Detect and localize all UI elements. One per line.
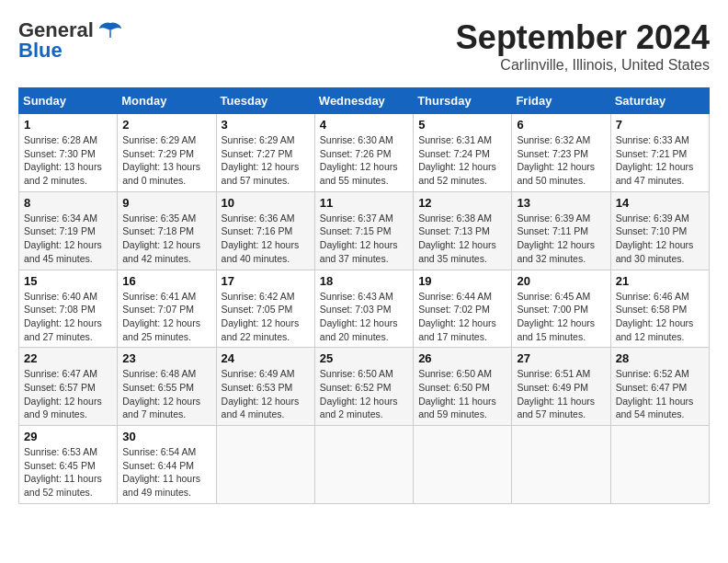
calendar-cell: 25Sunrise: 6:50 AMSunset: 6:52 PMDayligh… (314, 348, 413, 426)
calendar-table: SundayMondayTuesdayWednesdayThursdayFrid… (18, 87, 710, 504)
calendar-cell: 8Sunrise: 6:34 AMSunset: 7:19 PMDaylight… (19, 191, 118, 270)
calendar-cell (610, 426, 709, 504)
col-header-tuesday: Tuesday (216, 88, 314, 114)
calendar-cell: 29Sunrise: 6:53 AMSunset: 6:45 PMDayligh… (19, 426, 118, 504)
day-info: Sunrise: 6:50 AMSunset: 6:52 PMDaylight:… (320, 367, 408, 421)
day-number: 28 (616, 351, 704, 365)
day-info: Sunrise: 6:54 AMSunset: 6:44 PMDaylight:… (122, 445, 210, 500)
day-number: 2 (122, 118, 210, 132)
day-number: 7 (616, 118, 704, 132)
day-number: 30 (122, 430, 210, 443)
day-number: 26 (418, 351, 506, 365)
day-number: 25 (320, 351, 408, 365)
day-number: 14 (616, 196, 704, 210)
day-info: Sunrise: 6:29 AMSunset: 7:29 PMDaylight:… (122, 133, 210, 188)
day-info: Sunrise: 6:50 AMSunset: 6:50 PMDaylight:… (418, 367, 506, 421)
day-info: Sunrise: 6:45 AMSunset: 7:00 PMDaylight:… (517, 290, 605, 344)
day-info: Sunrise: 6:52 AMSunset: 6:47 PMDaylight:… (616, 367, 704, 421)
day-number: 9 (122, 196, 210, 210)
day-number: 6 (517, 118, 605, 132)
day-number: 17 (222, 274, 310, 288)
day-info: Sunrise: 6:32 AMSunset: 7:23 PMDaylight:… (517, 133, 605, 188)
day-number: 10 (222, 196, 310, 210)
logo-text-blue: Blue (18, 39, 63, 63)
calendar-cell: 30Sunrise: 6:54 AMSunset: 6:44 PMDayligh… (118, 426, 216, 504)
calendar-cell: 6Sunrise: 6:32 AMSunset: 7:23 PMDaylight… (512, 114, 610, 192)
day-info: Sunrise: 6:31 AMSunset: 7:24 PMDaylight:… (418, 133, 506, 188)
calendar-week-4: 22Sunrise: 6:47 AMSunset: 6:57 PMDayligh… (19, 348, 710, 426)
logo-bird-icon (97, 21, 123, 40)
day-info: Sunrise: 6:29 AMSunset: 7:27 PMDaylight:… (222, 133, 310, 188)
day-info: Sunrise: 6:46 AMSunset: 6:58 PMDaylight:… (616, 290, 704, 344)
calendar-week-1: 1Sunrise: 6:28 AMSunset: 7:30 PMDaylight… (19, 114, 710, 192)
calendar-week-3: 15Sunrise: 6:40 AMSunset: 7:08 PMDayligh… (19, 270, 710, 348)
page-header: General Blue September 2024 Carlinville,… (18, 18, 710, 74)
day-info: Sunrise: 6:28 AMSunset: 7:30 PMDaylight:… (24, 133, 112, 188)
day-number: 11 (320, 196, 408, 210)
calendar-cell (314, 426, 413, 504)
calendar-cell: 7Sunrise: 6:33 AMSunset: 7:21 PMDaylight… (610, 114, 709, 192)
day-info: Sunrise: 6:48 AMSunset: 6:55 PMDaylight:… (122, 367, 210, 421)
calendar-cell: 19Sunrise: 6:44 AMSunset: 7:02 PMDayligh… (414, 270, 512, 348)
calendar-cell: 16Sunrise: 6:41 AMSunset: 7:07 PMDayligh… (118, 270, 216, 348)
day-info: Sunrise: 6:37 AMSunset: 7:15 PMDaylight:… (320, 212, 408, 266)
day-info: Sunrise: 6:33 AMSunset: 7:21 PMDaylight:… (616, 133, 704, 188)
day-number: 29 (24, 430, 112, 443)
calendar-cell: 22Sunrise: 6:47 AMSunset: 6:57 PMDayligh… (19, 348, 118, 426)
day-number: 19 (418, 274, 506, 288)
calendar-cell: 27Sunrise: 6:51 AMSunset: 6:49 PMDayligh… (512, 348, 610, 426)
day-info: Sunrise: 6:30 AMSunset: 7:26 PMDaylight:… (320, 133, 408, 188)
calendar-cell: 9Sunrise: 6:35 AMSunset: 7:18 PMDaylight… (118, 191, 216, 270)
calendar-cell: 18Sunrise: 6:43 AMSunset: 7:03 PMDayligh… (314, 270, 413, 348)
day-number: 12 (418, 196, 506, 210)
day-number: 27 (517, 351, 605, 365)
col-header-monday: Monday (118, 88, 216, 114)
calendar-cell: 20Sunrise: 6:45 AMSunset: 7:00 PMDayligh… (512, 270, 610, 348)
day-number: 21 (616, 274, 704, 288)
day-info: Sunrise: 6:39 AMSunset: 7:11 PMDaylight:… (517, 212, 605, 266)
logo: General Blue (18, 18, 123, 63)
calendar-cell: 14Sunrise: 6:39 AMSunset: 7:10 PMDayligh… (610, 191, 709, 270)
calendar-cell: 21Sunrise: 6:46 AMSunset: 6:58 PMDayligh… (610, 270, 709, 348)
calendar-header-row: SundayMondayTuesdayWednesdayThursdayFrid… (19, 88, 710, 114)
title-section: September 2024 Carlinville, Illinois, Un… (456, 18, 710, 74)
day-number: 22 (24, 351, 112, 365)
day-number: 15 (24, 274, 112, 288)
main-title: September 2024 (456, 18, 710, 57)
day-info: Sunrise: 6:36 AMSunset: 7:16 PMDaylight:… (222, 212, 310, 266)
day-info: Sunrise: 6:41 AMSunset: 7:07 PMDaylight:… (122, 290, 210, 344)
calendar-cell: 3Sunrise: 6:29 AMSunset: 7:27 PMDaylight… (216, 114, 314, 192)
calendar-cell: 28Sunrise: 6:52 AMSunset: 6:47 PMDayligh… (610, 348, 709, 426)
calendar-cell: 2Sunrise: 6:29 AMSunset: 7:29 PMDaylight… (118, 114, 216, 192)
calendar-week-5: 29Sunrise: 6:53 AMSunset: 6:45 PMDayligh… (19, 426, 710, 504)
calendar-cell: 4Sunrise: 6:30 AMSunset: 7:26 PMDaylight… (314, 114, 413, 192)
col-header-wednesday: Wednesday (314, 88, 413, 114)
day-info: Sunrise: 6:40 AMSunset: 7:08 PMDaylight:… (24, 290, 112, 344)
day-number: 4 (320, 118, 408, 132)
calendar-cell (216, 426, 314, 504)
col-header-saturday: Saturday (610, 88, 709, 114)
calendar-cell: 11Sunrise: 6:37 AMSunset: 7:15 PMDayligh… (314, 191, 413, 270)
day-info: Sunrise: 6:35 AMSunset: 7:18 PMDaylight:… (122, 212, 210, 266)
day-number: 3 (222, 118, 310, 132)
calendar-cell: 10Sunrise: 6:36 AMSunset: 7:16 PMDayligh… (216, 191, 314, 270)
day-number: 1 (24, 118, 112, 132)
calendar-cell: 23Sunrise: 6:48 AMSunset: 6:55 PMDayligh… (118, 348, 216, 426)
day-info: Sunrise: 6:43 AMSunset: 7:03 PMDaylight:… (320, 290, 408, 344)
day-info: Sunrise: 6:44 AMSunset: 7:02 PMDaylight:… (418, 290, 506, 344)
col-header-friday: Friday (512, 88, 610, 114)
calendar-cell (512, 426, 610, 504)
subtitle: Carlinville, Illinois, United States (456, 57, 710, 74)
day-info: Sunrise: 6:42 AMSunset: 7:05 PMDaylight:… (222, 290, 310, 344)
calendar-cell: 26Sunrise: 6:50 AMSunset: 6:50 PMDayligh… (414, 348, 512, 426)
calendar-cell: 1Sunrise: 6:28 AMSunset: 7:30 PMDaylight… (19, 114, 118, 192)
day-number: 13 (517, 196, 605, 210)
day-number: 23 (122, 351, 210, 365)
calendar-cell: 15Sunrise: 6:40 AMSunset: 7:08 PMDayligh… (19, 270, 118, 348)
day-number: 8 (24, 196, 112, 210)
day-info: Sunrise: 6:51 AMSunset: 6:49 PMDaylight:… (517, 367, 605, 421)
day-number: 5 (418, 118, 506, 132)
calendar-cell: 5Sunrise: 6:31 AMSunset: 7:24 PMDaylight… (414, 114, 512, 192)
day-number: 16 (122, 274, 210, 288)
day-number: 18 (320, 274, 408, 288)
